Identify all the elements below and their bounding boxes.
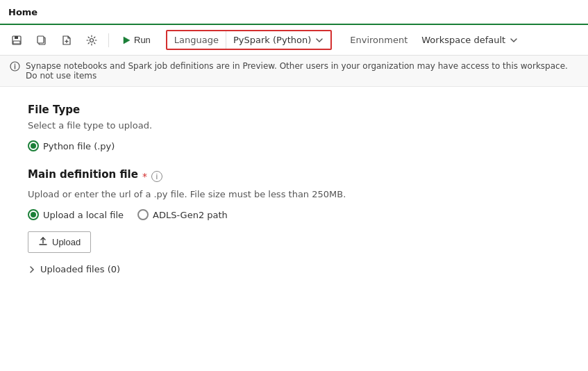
run-button[interactable]: Run [115, 31, 158, 49]
upload-button[interactable]: Upload [28, 231, 91, 253]
copy-icon-btn[interactable] [31, 29, 53, 51]
language-value: PySpark (Python) [233, 35, 311, 45]
main-content: File Type Select a file type to upload. … [0, 87, 588, 371]
python-file-radio[interactable] [28, 140, 39, 151]
file-type-section: File Type Select a file type to upload. … [28, 104, 560, 151]
upload-arrow-icon [38, 236, 48, 248]
upload-options: Upload a local file ADLS-Gen2 path [28, 209, 560, 220]
main-definition-info-icon[interactable]: i [151, 171, 162, 182]
info-message: Synapse notebooks and Spark job definiti… [26, 61, 578, 81]
toolbar: Run Language PySpark (Python) Environmen… [0, 25, 588, 56]
svg-rect-4 [37, 36, 44, 43]
svg-point-7 [90, 38, 94, 42]
svg-rect-1 [15, 36, 18, 39]
copy-icon [36, 35, 47, 46]
main-definition-section: Main definition file * i Upload or enter… [28, 168, 560, 274]
upload-local-option[interactable]: Upload a local file [28, 209, 124, 220]
save-icon-btn[interactable] [6, 29, 28, 51]
run-icon [121, 35, 131, 45]
python-file-option[interactable]: Python file (.py) [28, 140, 115, 151]
chevron-down-icon [315, 36, 324, 44]
svg-point-10 [15, 63, 16, 65]
file-type-title: File Type [28, 104, 560, 116]
main-definition-description: Upload or enter the url of a .py file. F… [28, 189, 560, 199]
upload-button-label: Upload [52, 237, 81, 247]
language-selector-wrapper: Language PySpark (Python) [166, 30, 332, 50]
toolbar-divider [108, 33, 109, 47]
language-label: Language [167, 31, 226, 49]
environment-label: Environment [346, 31, 412, 49]
adls-gen2-label: ADLS-Gen2 path [153, 210, 228, 220]
info-banner: Synapse notebooks and Spark job definiti… [0, 56, 588, 87]
required-star: * [142, 171, 147, 182]
language-dropdown[interactable]: PySpark (Python) [226, 31, 330, 49]
upload-local-label: Upload a local file [43, 210, 124, 220]
file-type-radio-group: Python file (.py) [28, 140, 560, 151]
svg-rect-2 [13, 41, 20, 44]
file-type-description: Select a file type to upload. [28, 120, 560, 131]
settings-icon-btn[interactable] [81, 29, 103, 51]
title-bar: Home [0, 0, 588, 25]
environment-dropdown[interactable]: Workspace default [414, 31, 525, 49]
info-icon [10, 61, 20, 74]
page-title: Home [8, 7, 37, 17]
uploaded-files-row[interactable]: Uploaded files (0) [28, 264, 560, 274]
upload-local-radio[interactable] [28, 209, 39, 220]
main-definition-title: Main definition file [28, 168, 138, 181]
chevron-down-icon [510, 36, 518, 44]
main-definition-title-row: Main definition file * i [28, 168, 560, 185]
environment-value: Workspace default [421, 35, 505, 45]
run-label: Run [134, 35, 151, 45]
save-icon [11, 35, 22, 46]
chevron-right-icon [28, 265, 36, 274]
settings-icon [86, 35, 97, 46]
adls-gen2-option[interactable]: ADLS-Gen2 path [137, 209, 228, 220]
new-file-icon-btn[interactable] [56, 29, 78, 51]
uploaded-files-label: Uploaded files (0) [40, 264, 120, 274]
python-file-label: Python file (.py) [43, 141, 115, 151]
adls-gen2-radio[interactable] [137, 209, 149, 220]
new-file-icon [61, 35, 72, 46]
